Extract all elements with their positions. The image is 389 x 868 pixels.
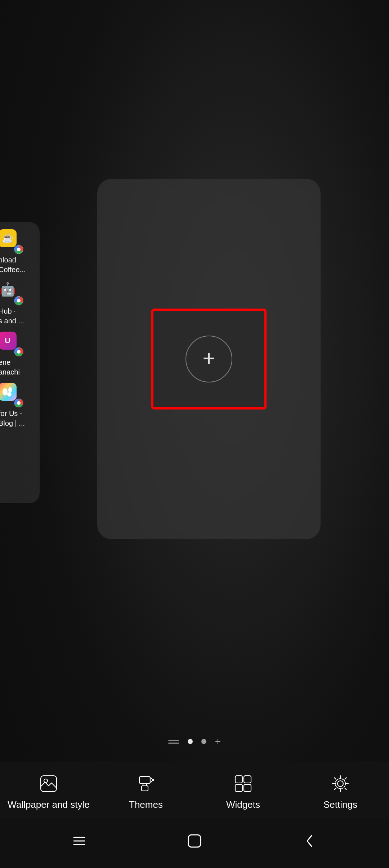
hub-icon: U xyxy=(0,332,17,350)
svg-point-2 xyxy=(7,392,12,397)
home-button[interactable] xyxy=(182,828,207,854)
chrome-icon xyxy=(14,245,23,254)
toolbar-widgets-label: Widgets xyxy=(226,799,260,811)
chrome-overlay xyxy=(14,244,24,254)
app-label-8: Blog | ... xyxy=(0,419,25,428)
main-container: ☕ nload Coffee... 🤖 Hub · s xyxy=(0,0,389,868)
svg-point-15 xyxy=(335,779,345,789)
indicator-line-2 xyxy=(168,743,179,744)
app-label-6: anachi xyxy=(0,368,20,376)
app-icon-bg: ☕ xyxy=(0,229,17,247)
indicator-dot-inactive xyxy=(201,739,206,744)
indicator-dot-active xyxy=(188,739,193,744)
app-label-2: Coffee... xyxy=(0,266,26,274)
svg-point-1 xyxy=(8,387,12,393)
app-label-4: s and ... xyxy=(0,317,24,325)
app-icon-wrapper-3: U xyxy=(0,332,24,357)
list-item[interactable]: 🤖 Hub · s and ... xyxy=(0,280,34,325)
app-label-3: Hub · xyxy=(0,307,16,315)
svg-rect-19 xyxy=(188,835,201,847)
svg-rect-7 xyxy=(142,786,148,791)
add-page-button[interactable]: + xyxy=(151,309,267,409)
svg-rect-5 xyxy=(139,776,150,784)
widgets-icon xyxy=(232,773,254,794)
blob-icon xyxy=(0,383,17,401)
indicator-line-1 xyxy=(168,740,179,741)
plus-icon: + xyxy=(202,347,215,369)
settings-icon xyxy=(330,773,351,794)
svg-point-14 xyxy=(337,781,343,787)
chrome-overlay-3 xyxy=(14,347,24,357)
toolbar-item-wallpaper[interactable]: Wallpaper and style xyxy=(0,773,97,811)
svg-rect-13 xyxy=(244,784,251,792)
back-button[interactable] xyxy=(297,828,322,854)
list-item[interactable]: for Us - Blog | ... xyxy=(0,383,34,428)
app-label-7: for Us - xyxy=(0,409,22,418)
recents-button[interactable] xyxy=(67,828,92,854)
cards-area: ☕ nload Coffee... 🤖 Hub · s xyxy=(0,0,389,725)
svg-point-0 xyxy=(3,388,8,395)
list-item[interactable]: U ene anachi xyxy=(0,332,34,376)
left-card: ☕ nload Coffee... 🤖 Hub · s xyxy=(0,222,40,503)
chrome-icon-4 xyxy=(14,399,23,407)
toolbar-wallpaper-label: Wallpaper and style xyxy=(8,799,89,811)
chrome-overlay-2 xyxy=(14,296,24,306)
themes-icon xyxy=(135,773,157,794)
toolbar-item-widgets[interactable]: Widgets xyxy=(194,773,292,811)
svg-rect-10 xyxy=(235,776,242,783)
wallpaper-icon xyxy=(38,773,59,794)
toolbar-settings-label: Settings xyxy=(323,799,357,811)
app-icon-wrapper: ☕ xyxy=(0,229,24,254)
app-label: nload xyxy=(0,256,16,264)
toolbar-item-settings[interactable]: Settings xyxy=(292,773,389,811)
bottom-toolbar: Wallpaper and style Themes xyxy=(0,762,389,818)
chrome-icon-2 xyxy=(14,296,23,305)
center-card: + xyxy=(97,179,321,539)
indicator-lines xyxy=(168,740,179,744)
nav-bar xyxy=(0,818,389,868)
app-icon-wrapper-2: 🤖 xyxy=(0,280,24,306)
svg-rect-11 xyxy=(244,776,251,783)
android-icon: 🤖 xyxy=(0,280,17,298)
app-label-5: ene xyxy=(0,358,10,367)
chrome-icon-3 xyxy=(14,347,23,356)
list-item[interactable]: ☕ nload Coffee... xyxy=(0,229,34,274)
svg-rect-12 xyxy=(235,784,242,792)
app-icon-wrapper-4 xyxy=(0,383,24,408)
add-circle: + xyxy=(185,336,232,382)
indicator-add[interactable]: + xyxy=(215,736,221,747)
page-indicators: + xyxy=(0,725,389,762)
svg-point-4 xyxy=(44,779,48,783)
toolbar-item-themes[interactable]: Themes xyxy=(97,773,194,811)
chrome-overlay-4 xyxy=(14,398,24,408)
toolbar-themes-label: Themes xyxy=(129,799,163,811)
